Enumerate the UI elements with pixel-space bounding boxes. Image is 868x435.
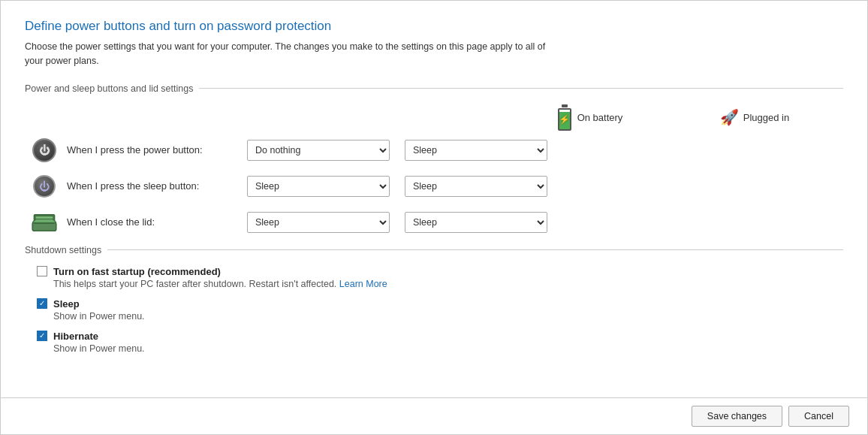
dropdowns-lid: Do nothingSleepHibernateShut down Do not… — [247, 212, 547, 233]
dropdowns-power-button: Do nothingSleepHibernateShut downTurn of… — [247, 140, 547, 161]
row-label-sleep-button: When I press the sleep button: — [67, 180, 247, 192]
power-button-icon: ⏻ — [32, 138, 56, 162]
battery-select-power-button[interactable]: Do nothingSleepHibernateShut downTurn of… — [247, 140, 390, 161]
on-battery-column-header: ⚡ On battery — [507, 104, 672, 131]
shutdown-item-fast-startup: Turn on fast startup (recommended) This … — [37, 266, 843, 289]
sleep-button-icon: ⏻ — [33, 175, 56, 198]
cancel-button[interactable]: Cancel — [788, 406, 849, 427]
shutdown-item-desc-hibernate: Show in Power menu. — [37, 343, 843, 354]
checkbox-fast-startup[interactable] — [37, 266, 47, 276]
shutdown-item-header-hibernate: Hibernate — [37, 331, 843, 342]
plugged-select-lid[interactable]: Do nothingSleepHibernateShut down — [405, 212, 547, 233]
plugged-select-power-button[interactable]: Do nothingSleepHibernateShut downTurn of… — [405, 140, 547, 161]
col-labels-group: ⚡ On battery 🚀 Plugged in — [507, 104, 837, 131]
shutdown-item-label-sleep: Sleep — [53, 298, 80, 310]
content-area: Define power buttons and turn on passwor… — [1, 1, 867, 397]
shutdown-divider — [107, 249, 843, 250]
sleep-symbol: ⏻ — [39, 180, 50, 192]
power-sleep-section-label: Power and sleep buttons and lid settings — [25, 83, 193, 94]
battery-bolt: ⚡ — [559, 114, 570, 125]
plugged-dropdown-wrap-lid: Do nothingSleepHibernateShut down — [405, 212, 547, 233]
battery-select-sleep-button[interactable]: Do nothingSleepHibernateShut downTurn of… — [247, 176, 390, 197]
shutdown-items-container: Turn on fast startup (recommended) This … — [25, 266, 843, 354]
rocket-icon: 🚀 — [720, 108, 739, 126]
plugged-select-sleep-button[interactable]: Do nothingSleepHibernateShut downTurn of… — [405, 176, 547, 197]
battery-dropdown-wrap-power-button: Do nothingSleepHibernateShut downTurn of… — [247, 140, 390, 161]
dropdowns-sleep-button: Do nothingSleepHibernateShut downTurn of… — [247, 176, 547, 197]
shutdown-item-desc-fast-startup: This helps start your PC faster after sh… — [37, 279, 843, 289]
shutdown-item-label-fast-startup: Turn on fast startup (recommended) — [53, 266, 221, 277]
shutdown-item-header-fast-startup: Turn on fast startup (recommended) — [37, 266, 843, 277]
row-icon-power-button: ⏻ — [31, 137, 58, 164]
section-divider — [199, 88, 843, 89]
battery-select-lid[interactable]: Do nothingSleepHibernateShut down — [247, 212, 390, 233]
battery-body: ⚡ — [558, 108, 571, 131]
shutdown-item-sleep: Sleep Show in Power menu. — [37, 298, 843, 322]
on-battery-label: On battery — [577, 112, 623, 123]
shutdown-section-header: Shutdown settings — [25, 245, 843, 255]
checkbox-hibernate[interactable] — [37, 331, 47, 341]
footer: Save changes Cancel — [1, 397, 867, 434]
row-icon-sleep-button: ⏻ — [31, 173, 58, 200]
shutdown-section-label: Shutdown settings — [25, 245, 101, 255]
shutdown-item-hibernate: Hibernate Show in Power menu. — [37, 331, 843, 354]
save-changes-button[interactable]: Save changes — [692, 406, 782, 427]
plugged-dropdown-wrap-power-button: Do nothingSleepHibernateShut downTurn of… — [405, 140, 547, 161]
column-headers: ⚡ On battery 🚀 Plugged in — [25, 104, 843, 131]
setting-row-lid: When I close the lid: Do nothingSleepHib… — [25, 209, 843, 236]
power-symbol: ⏻ — [39, 145, 50, 156]
row-label-power-button: When I press the power button: — [67, 144, 247, 156]
settings-rows: ⏻ When I press the power button: Do noth… — [25, 137, 843, 236]
shutdown-item-desc-sleep: Show in Power menu. — [37, 311, 843, 322]
setting-row-sleep-button: ⏻ When I press the sleep button: Do noth… — [25, 173, 843, 200]
checkbox-sleep[interactable] — [37, 298, 47, 309]
plugged-dropdown-wrap-sleep-button: Do nothingSleepHibernateShut downTurn of… — [405, 176, 547, 197]
setting-row-power-button: ⏻ When I press the power button: Do noth… — [25, 137, 843, 164]
battery-dropdown-wrap-lid: Do nothingSleepHibernateShut down — [247, 212, 390, 233]
battery-icon: ⚡ — [556, 104, 573, 131]
row-label-lid: When I close the lid: — [67, 216, 247, 228]
lid-icon — [31, 212, 58, 233]
learn-more-link[interactable]: Learn More — [339, 279, 387, 289]
plugged-in-column-header: 🚀 Plugged in — [672, 104, 837, 131]
shutdown-item-label-hibernate: Hibernate — [53, 331, 98, 342]
main-window: Define power buttons and turn on passwor… — [0, 0, 868, 435]
plugged-in-label: Plugged in — [743, 112, 789, 123]
shutdown-item-header-sleep: Sleep — [37, 298, 843, 310]
power-sleep-section-header: Power and sleep buttons and lid settings — [25, 83, 843, 94]
page-title: Define power buttons and turn on passwor… — [25, 19, 843, 34]
battery-tip — [562, 104, 568, 107]
page-description: Choose the power settings that you want … — [25, 40, 565, 68]
row-icon-lid — [31, 209, 58, 236]
battery-dropdown-wrap-sleep-button: Do nothingSleepHibernateShut downTurn of… — [247, 176, 390, 197]
